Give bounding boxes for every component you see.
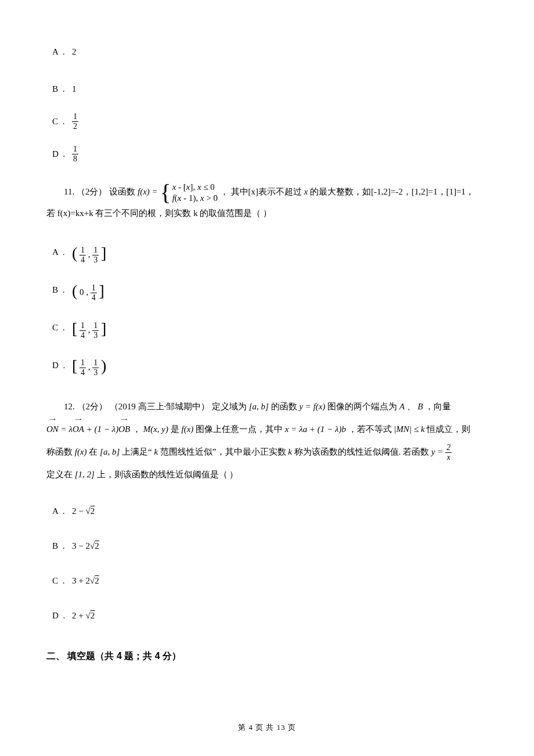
q-text: 定义在	[46, 470, 73, 479]
footer-suf: 页	[286, 723, 296, 732]
math-x-eq: x = λa + (1 − λ)b	[285, 424, 346, 434]
fraction-numerator: 1	[92, 246, 99, 255]
comma: ,	[88, 362, 91, 372]
piece-row-1: x - [x], x ≤ 0	[172, 182, 215, 192]
q12-option-c: C . 3 + 2√2	[52, 571, 488, 591]
footer-pre: 第	[238, 723, 248, 732]
q11-stem: 11. （2分） 设函数 f(x) = { x - [x], x ≤ 0 f(x…	[46, 181, 488, 222]
math-interval: [1, 2]	[75, 470, 97, 479]
q-points: （2分）	[77, 402, 108, 411]
fraction-numerator: 1	[80, 322, 86, 331]
bracket-right-sq-icon: ]	[99, 282, 104, 300]
piecewise-icon: { x - [x], x ≤ 0 f(x - 1), x > 0	[160, 181, 218, 204]
option-label: B .	[52, 82, 70, 96]
bracket-left-sq-icon: [	[72, 357, 77, 375]
q11-option-b: B . ( 0 , 14 ]	[52, 277, 488, 303]
option-value: ( 14 , 13 ]	[72, 239, 106, 265]
option-value: 3 − 2√2	[72, 539, 99, 553]
page-footer: 第 4 页 共 13 页	[0, 722, 534, 734]
q10-option-d: D . 1 8	[52, 144, 488, 164]
q-text: 、	[407, 402, 418, 411]
vector-oa-icon: OA	[73, 418, 84, 441]
q-text: 若 f(x)=kx+k 有三个不同的根，则实数 k 的取值范围是（ ）	[46, 208, 272, 218]
math-mn-ineq: |MN| ≤ k	[394, 424, 424, 434]
comma: ,	[88, 250, 91, 259]
fraction-numerator: 1	[80, 246, 86, 255]
footer-current-page: 4	[248, 723, 253, 732]
q10-option-c: C . 1 2	[52, 111, 488, 131]
option-label: A .	[52, 245, 70, 259]
q-text: ，向量	[425, 402, 451, 411]
fraction-denominator: 4	[80, 255, 86, 264]
q11-option-c: C . [ 14 , 13 ]	[52, 315, 488, 341]
fraction-numerator: 1	[92, 359, 99, 368]
math-y-eq: y = 2x	[431, 447, 452, 456]
q-text: 定义域为	[212, 402, 247, 411]
q-text: ， 其中[x]表示不超过	[220, 187, 302, 196]
fraction-denominator: x	[445, 453, 452, 462]
comma: ,	[86, 287, 88, 297]
page-content: A . 2 B . 1 C . 1 2 D . 1 8 11. （2分） 设函数…	[0, 0, 534, 664]
math-mxy: M(x, y)	[143, 424, 168, 434]
q-source: （2019 高三上·邹城期中）	[110, 402, 210, 411]
fraction-denominator: 4	[91, 293, 97, 302]
vector-on-icon: ON	[46, 418, 59, 441]
q-text: 范围线性近似”，其中最小正实数	[160, 447, 288, 456]
point-a: A	[399, 402, 407, 411]
fraction-denominator: 8	[72, 154, 78, 163]
math-func: y = f(x)	[299, 402, 327, 411]
fraction-numerator: 1	[72, 145, 78, 154]
math-func-lhs: f(x) =	[138, 187, 160, 196]
q-text: 的函数	[271, 402, 297, 411]
fraction-numerator: 2	[445, 444, 452, 453]
option-label: C .	[52, 321, 70, 334]
q12-option-b: B . 3 − 2√2	[52, 536, 488, 556]
option-value: 1	[72, 82, 77, 96]
q-text: 称为该函数的线性近似阈值. 若函数	[294, 447, 431, 456]
q-text: 称函数	[46, 447, 73, 456]
q-text: 图像的两个端点为	[327, 402, 397, 411]
footer-total-pages: 13	[277, 723, 286, 732]
math-vector-eq: ON = λOA + (1 − λ)OB	[46, 424, 132, 434]
bracket-right-sq-icon: ]	[101, 319, 106, 337]
q12-stem: 12. （2分） （2019 高三上·邹城期中） 定义域为 [a, b] 的函数…	[46, 395, 488, 486]
y-eq-pre: y	[431, 447, 435, 456]
option-value: 2 + √2	[72, 609, 95, 622]
q-text: ，若不等式	[348, 424, 394, 434]
q10-option-a: A . 2	[52, 42, 488, 62]
math-var: x	[304, 187, 308, 196]
footer-mid: 页 共	[253, 723, 277, 732]
q12-option-d: D . 2 + √2	[52, 606, 488, 625]
q11-option-d: D . [ 14 , 13 )	[52, 352, 488, 378]
fraction-denominator: 4	[80, 331, 86, 340]
math-fx: f(x)	[182, 424, 194, 434]
piece-row-2: f(x - 1), x > 0	[172, 193, 218, 203]
bracket-left-sq-icon: [	[72, 319, 77, 337]
option-label: A .	[52, 45, 70, 59]
option-label: B .	[52, 283, 70, 297]
math-interval: [a, b]	[249, 402, 271, 411]
fraction-denominator: 2	[72, 122, 78, 131]
q-text: 上，则该函数的线性近似阈值是（ ）	[97, 470, 239, 479]
q-text: 的最大整数，如[-1,2]=-2，[1,2]=1，[1]=1，	[310, 187, 474, 196]
bracket-right-paren-icon: )	[101, 357, 106, 375]
option-value: 2	[72, 45, 77, 59]
fraction-denominator: 3	[92, 331, 99, 340]
option-value: [ 14 , 13 )	[72, 352, 106, 378]
fraction-denominator: 4	[80, 368, 86, 377]
bracket-left-paren-icon: (	[72, 244, 77, 262]
q-text: 是	[171, 424, 182, 434]
option-value: [ 14 , 13 ]	[72, 315, 106, 341]
value-zero: 0	[80, 287, 84, 297]
math-k: k	[288, 447, 292, 456]
option-label: B .	[52, 539, 70, 553]
point-b: B	[417, 402, 425, 411]
fraction-numerator: 1	[91, 284, 97, 293]
option-value: 2 − √2	[72, 504, 95, 518]
math-interval: [a, b]	[100, 447, 120, 456]
q-number: 12.	[64, 402, 75, 411]
math-k: k	[154, 447, 158, 456]
q-points: （2分）	[77, 187, 107, 196]
section-2-heading: 二、 填空题（共 4 题；共 4 分）	[46, 649, 488, 664]
option-label: C .	[52, 114, 70, 128]
